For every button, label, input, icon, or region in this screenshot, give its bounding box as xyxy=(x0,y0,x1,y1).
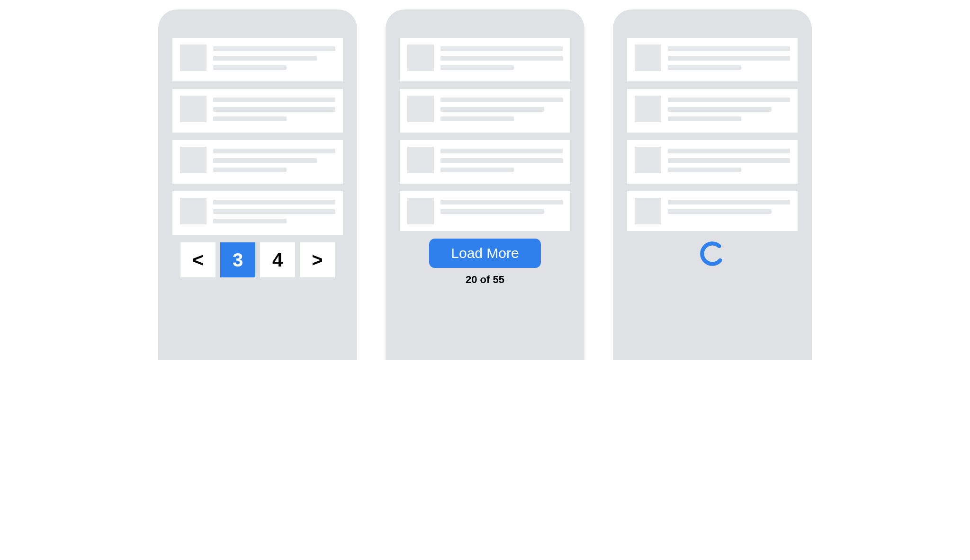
text-placeholder xyxy=(668,168,741,172)
text-placeholder xyxy=(440,107,544,112)
text-placeholder xyxy=(440,209,544,214)
text-placeholder xyxy=(213,219,287,223)
list-item xyxy=(400,191,570,231)
list-item xyxy=(627,38,798,81)
text-placeholder xyxy=(668,116,741,121)
text-placeholder xyxy=(668,65,741,70)
thumbnail-placeholder xyxy=(180,198,207,224)
text-placeholder xyxy=(213,209,335,214)
text-placeholder xyxy=(213,168,287,172)
text-placeholder xyxy=(668,98,790,102)
pagination: < 3 4 > xyxy=(172,242,343,277)
loading-spinner-icon xyxy=(698,240,727,268)
text-placeholder xyxy=(440,200,563,204)
text-placeholder xyxy=(213,46,335,51)
thumbnail-placeholder xyxy=(635,96,661,122)
list-item xyxy=(172,191,343,235)
device-infinite-scroll xyxy=(613,9,812,360)
text-placeholder xyxy=(440,46,563,51)
text-placeholder xyxy=(213,107,335,112)
device-pagination: < 3 4 > xyxy=(158,9,357,360)
text-placeholder xyxy=(213,65,287,70)
list-item xyxy=(400,89,570,133)
text-placeholder xyxy=(668,56,790,61)
pagination-page-next[interactable]: 4 xyxy=(260,242,295,277)
list-item xyxy=(627,140,798,184)
text-placeholder xyxy=(668,46,790,51)
text-placeholder xyxy=(440,168,514,172)
text-placeholder xyxy=(213,158,317,163)
pagination-next[interactable]: > xyxy=(300,242,335,277)
text-placeholder xyxy=(440,116,514,121)
pagination-page-current[interactable]: 3 xyxy=(220,242,255,277)
text-placeholder xyxy=(440,149,563,153)
thumbnail-placeholder xyxy=(407,44,434,71)
text-placeholder xyxy=(213,98,335,102)
text-placeholder xyxy=(668,200,790,204)
thumbnail-placeholder xyxy=(635,147,661,173)
text-placeholder xyxy=(668,107,772,112)
text-placeholder xyxy=(440,56,563,61)
list-item xyxy=(400,140,570,184)
thumbnail-placeholder xyxy=(407,147,434,173)
list-item xyxy=(172,38,343,81)
thumbnail-placeholder xyxy=(407,96,434,122)
thumbnail-placeholder xyxy=(180,147,207,173)
text-placeholder xyxy=(213,149,335,153)
thumbnail-placeholder xyxy=(407,198,434,224)
text-placeholder xyxy=(668,149,790,153)
list-item xyxy=(172,89,343,133)
text-placeholder xyxy=(668,209,772,214)
text-placeholder xyxy=(440,65,514,70)
text-placeholder xyxy=(213,200,335,204)
text-placeholder xyxy=(213,56,317,61)
device-load-more: Load More 20 of 55 xyxy=(386,9,584,360)
list-item xyxy=(627,191,798,231)
list-item xyxy=(172,140,343,184)
list-item xyxy=(400,38,570,81)
load-more-count: 20 of 55 xyxy=(466,274,504,286)
thumbnail-placeholder xyxy=(180,44,207,71)
thumbnail-placeholder xyxy=(180,96,207,122)
load-more-button[interactable]: Load More xyxy=(429,239,540,268)
thumbnail-placeholder xyxy=(635,198,661,224)
pagination-prev[interactable]: < xyxy=(180,242,216,277)
text-placeholder xyxy=(668,158,790,163)
list-item xyxy=(627,89,798,133)
text-placeholder xyxy=(440,98,563,102)
text-placeholder xyxy=(213,116,287,121)
svg-point-0 xyxy=(698,240,727,268)
text-placeholder xyxy=(440,158,563,163)
thumbnail-placeholder xyxy=(635,44,661,71)
